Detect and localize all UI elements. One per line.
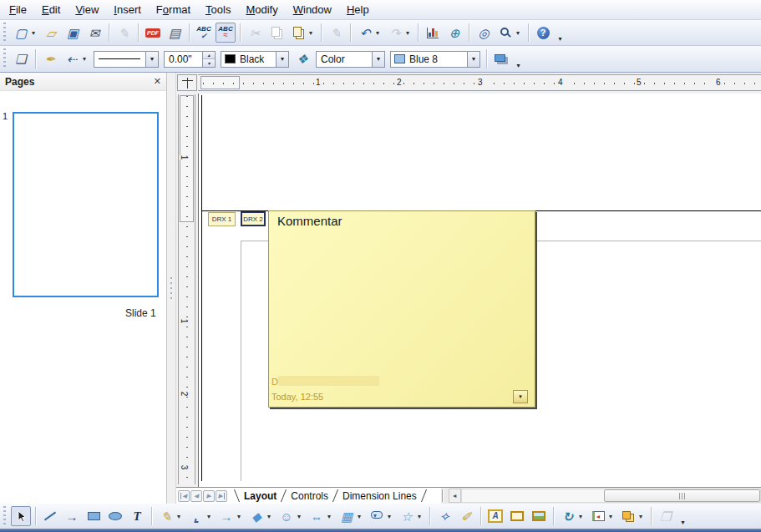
flowchart-dropdown[interactable]: ▾ [358,513,363,520]
area-dialog-button[interactable]: ❖ [292,49,312,69]
rotate-button[interactable]: ↻ [558,506,578,526]
rectangle-tool-button[interactable] [84,506,104,526]
curve-tool-button[interactable]: ✎ [156,506,176,526]
menu-tools[interactable]: Tools [198,1,238,18]
help-button[interactable]: ? [533,23,553,43]
connector-dropdown[interactable]: ▾ [207,513,213,520]
line-color-dropdown[interactable]: ▾ [276,52,288,67]
menu-insert[interactable]: Insert [106,1,149,18]
drawing-canvas[interactable]: DRX 1 DRX 2 Kommentar D Today, 12:55 ▾ [198,94,761,487]
cut-button[interactable]: ✂ [245,23,265,43]
toolbar-grip[interactable] [3,48,8,69]
menu-format[interactable]: Format [149,1,198,18]
fill-color-select[interactable]: Blue 8 ▾ [390,51,480,68]
fill-color-dropdown[interactable]: ▾ [467,52,479,67]
horizontal-scrollbar[interactable]: ◄ [449,489,761,503]
vertical-ruler[interactable]: 1 1 2 3 [178,94,195,484]
undo-dropdown[interactable]: ▾ [376,29,382,37]
line-tool-button[interactable] [40,506,60,526]
new-button[interactable]: ▢ [11,23,31,43]
line-style-select[interactable]: ▾ [94,51,159,68]
previous-page-button[interactable]: ◀ [190,490,202,502]
toolbar-overflow-button[interactable]: ▾ [514,49,523,69]
save-button[interactable]: ▣ [63,23,83,43]
flowchart-button[interactable]: ▦ [337,506,357,526]
copy-button[interactable] [266,23,287,43]
tab-controls[interactable]: Controls [289,489,330,504]
stars-button[interactable]: ☆ [397,506,417,526]
line-width-spinner[interactable]: ▴▾ [202,52,215,67]
styles-formatting-button[interactable]: ❏ [11,49,31,69]
first-page-button[interactable]: ◀ [178,490,190,502]
menu-modify[interactable]: Modify [238,1,285,18]
arrow-tool-button[interactable]: → [62,506,82,526]
scroll-left-button[interactable]: ◄ [449,489,461,503]
connector-tool-button[interactable]: ⌞ [186,506,206,526]
comment-marker-2[interactable]: DRX 2 [241,211,266,226]
line-width-stepper[interactable]: 0.00" ▴▾ [164,51,216,68]
rotate-dropdown[interactable]: ▾ [579,513,585,520]
last-page-button[interactable]: ▶ [216,490,227,502]
comment-text[interactable]: Kommentar [277,214,342,228]
glue-points-button[interactable]: ✐ [456,506,476,526]
arrange-dropdown[interactable]: ▾ [639,513,645,520]
close-icon[interactable]: ✕ [154,76,161,87]
clone-formatting-button[interactable]: ✎ [326,23,346,43]
undo-button[interactable]: ↶ [355,23,375,43]
lines-arrows-button[interactable]: → [216,506,236,526]
open-button[interactable]: ▱ [41,23,61,43]
menu-help[interactable]: Help [339,1,377,18]
next-page-button[interactable]: ▶ [203,490,215,502]
export-pdf-button[interactable]: PDF [143,23,163,43]
tab-layout[interactable]: Layout [242,489,278,504]
comment-marker-1[interactable]: DRX 1 [208,212,236,226]
arrow-style-dropdown[interactable]: ▾ [83,55,89,63]
paste-button[interactable] [288,23,308,43]
select-button[interactable] [11,506,31,526]
fill-style-dropdown[interactable]: ▾ [372,52,384,67]
menu-view[interactable]: View [68,1,106,18]
alignment-dropdown[interactable]: ▾ [609,513,615,520]
alignment-button[interactable]: ◄ [588,506,608,526]
line-dialog-button[interactable]: ✒ [40,49,60,69]
comment-note[interactable]: Kommentar D Today, 12:55 ▾ [268,210,535,408]
stars-dropdown[interactable]: ▾ [418,513,424,520]
text-tool-button[interactable]: T [127,506,147,526]
menu-file[interactable]: File [2,1,34,18]
comment-menu-button[interactable]: ▾ [513,390,528,403]
fontwork-button[interactable]: A [485,506,505,526]
ruler-origin-box[interactable] [177,74,197,91]
line-style-dropdown[interactable]: ▾ [145,52,158,67]
menu-edit[interactable]: Edit [34,1,68,18]
redo-dropdown[interactable]: ▾ [406,29,412,37]
callouts-dropdown[interactable]: ▾ [388,513,393,520]
line-color-select[interactable]: Black ▾ [221,51,289,68]
curve-dropdown[interactable]: ▾ [177,513,183,520]
tab-dimension-lines[interactable]: Dimension Lines [341,489,419,504]
new-dropdown[interactable]: ▾ [32,29,38,37]
horizontal-ruler[interactable]: 1 2 3 4 5 6 [198,74,761,91]
paste-dropdown[interactable]: ▾ [309,29,315,37]
symbol-shapes-button[interactable]: ☺ [276,506,297,526]
edit-points-button[interactable]: ✧ [434,506,454,526]
menu-window[interactable]: Window [286,1,339,18]
arrow-style-button[interactable]: ⇠ [62,49,82,69]
from-file-button[interactable] [507,506,527,526]
lines-arrows-dropdown[interactable]: ▾ [237,513,243,520]
redo-button[interactable]: ↷ [385,23,405,43]
zoom-button[interactable] [495,23,515,43]
shadow-toggle-button[interactable] [491,49,511,69]
hyperlink-button[interactable]: ⊕ [444,23,464,43]
block-arrows-dropdown[interactable]: ▾ [327,513,333,520]
ellipse-tool-button[interactable] [105,506,125,526]
edit-file-button[interactable]: ✎ [114,23,134,43]
zoom-dropdown[interactable]: ▾ [516,29,522,37]
block-arrows-button[interactable]: ⇔ [307,506,327,526]
toolbar-overflow-button[interactable]: ▾ [678,506,687,526]
basic-shapes-button[interactable]: ◆ [246,506,266,526]
callouts-button[interactable] [367,506,387,526]
toolbar-grip[interactable] [3,506,8,526]
scrollbar-thumb[interactable] [604,489,760,502]
basic-shapes-dropdown[interactable]: ▾ [267,513,273,520]
slide-thumbnail[interactable] [13,112,159,297]
